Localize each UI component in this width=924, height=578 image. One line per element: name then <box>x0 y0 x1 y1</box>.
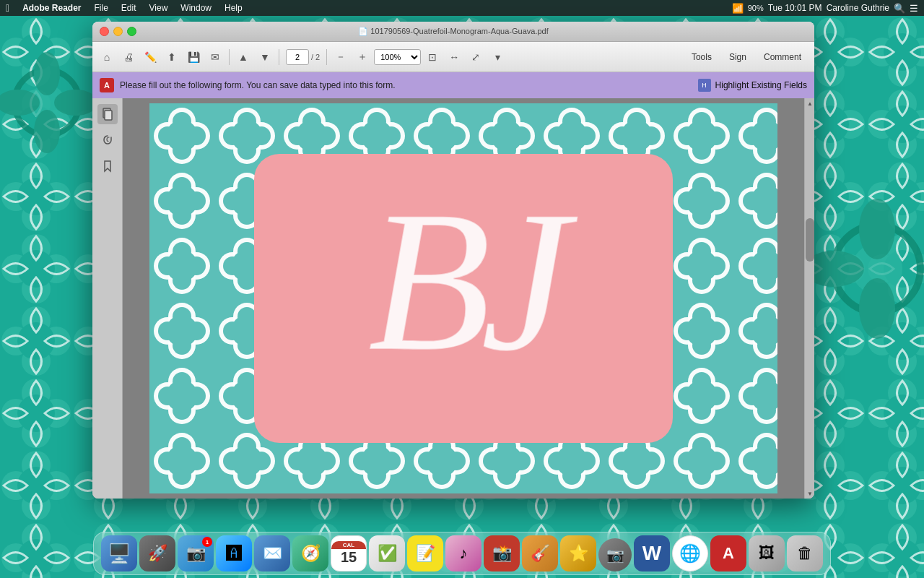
dock-app-store[interactable]: 🅰 <box>216 535 252 571</box>
dock-word[interactable]: W <box>634 535 670 571</box>
sidebar-bookmarks-icon[interactable] <box>97 156 118 176</box>
page-total: 2 <box>315 53 320 61</box>
form-icon: A <box>100 78 114 92</box>
svg-point-23 <box>54 90 97 116</box>
dock-chrome[interactable]: 🌐 <box>672 535 708 571</box>
toolbar-more-btn[interactable]: ▾ <box>487 47 507 67</box>
clock: Tue 10:01 PM <box>768 3 822 13</box>
highlight-icon: H <box>698 79 711 92</box>
toolbar-zoom-in-btn[interactable]: ＋ <box>352 47 372 67</box>
title-filename: 101790569-Quatrefoil-Monogram-Aqua-Guava… <box>370 27 548 35</box>
menubar-edit[interactable]: Edit <box>116 1 142 14</box>
dock-stickies[interactable]: 📝 <box>407 535 443 571</box>
highlight-fields-button[interactable]: Highlight Existing Fields <box>715 80 807 90</box>
form-notification-bar: A Please fill out the following form. Yo… <box>92 72 814 98</box>
toolbar-home-btn[interactable]: ⌂ <box>97 47 117 67</box>
dock-reminders[interactable]: ✅ <box>369 535 405 571</box>
sidebar-attachments-icon[interactable] <box>97 130 118 150</box>
dock-trash[interactable]: 🗑 <box>787 535 823 571</box>
dock-finder[interactable]: 🖥️ <box>101 535 137 571</box>
toolbar-save-btn[interactable]: 💾 <box>183 47 204 67</box>
menubar:  Adobe Reader File Edit View Window Hel… <box>0 0 924 16</box>
svg-text:BJ: BJ <box>367 168 578 393</box>
dock-calendar[interactable]: CAL 15 <box>331 535 367 571</box>
svg-point-20 <box>34 52 60 95</box>
menubar-help[interactable]: Help <box>219 1 248 14</box>
sidebar-pages-icon[interactable] <box>97 104 118 124</box>
zoom-select[interactable]: 100% 75% 125% 150% <box>374 49 421 65</box>
pdf-page: BJ BJ <box>149 103 777 493</box>
menubar-app-name[interactable]: Adobe Reader <box>17 1 87 14</box>
svg-point-26 <box>859 199 895 259</box>
left-sidebar <box>92 98 123 499</box>
svg-marker-31 <box>105 161 110 171</box>
menubar-items: Adobe Reader File Edit View Window Help <box>17 1 248 14</box>
scrollbar-thumb[interactable] <box>806 218 814 262</box>
comment-button[interactable]: Comment <box>755 49 810 65</box>
dock-itunes[interactable]: ♪ <box>445 535 481 571</box>
toolbar-edit-btn[interactable]: ✏️ <box>140 47 160 67</box>
menubar-user: Caroline Guthrie <box>827 3 889 13</box>
page-separator: / <box>311 53 313 61</box>
tools-button[interactable]: Tools <box>683 49 720 65</box>
toolbar-right: Tools Sign Comment <box>683 49 810 65</box>
toolbar-separator-1 <box>229 49 230 65</box>
pdf-content-area: BJ BJ <box>123 98 804 499</box>
right-scrollbar[interactable]: ▲ ▼ <box>804 98 814 499</box>
dock-mail[interactable]: ✉️ <box>254 535 290 571</box>
sign-button[interactable]: Sign <box>720 49 755 65</box>
svg-point-21 <box>34 110 60 153</box>
maximize-button[interactable] <box>127 27 136 36</box>
close-button[interactable] <box>100 27 109 36</box>
menubar-file[interactable]: File <box>88 1 113 14</box>
toolbar-fit-page-btn[interactable]: ⊡ <box>422 47 443 67</box>
dock: 🖥️ 🚀 📷 1 🅰 ✉️ 🧭 CAL 15 ✅ <box>93 532 831 575</box>
window-controls <box>100 27 136 36</box>
wifi-icon: 📶 <box>732 3 744 14</box>
dock-acrobat[interactable]: A <box>710 535 746 571</box>
toolbar-upload-btn[interactable]: ⬆ <box>162 47 182 67</box>
menubar-view[interactable]: View <box>144 1 174 14</box>
toolbar-separator-2 <box>279 49 279 65</box>
form-bar-right: H Highlight Existing Fields <box>698 79 807 92</box>
toolbar-prev-btn[interactable]: ▲ <box>233 47 253 67</box>
page-navigation: / 2 <box>286 49 320 65</box>
list-icon[interactable]: ☰ <box>910 3 918 14</box>
apple-menu-icon[interactable]:  <box>6 2 9 14</box>
toolbar-fit-width-btn[interactable]: ↔ <box>444 47 464 67</box>
page-number-input[interactable] <box>286 49 309 65</box>
toolbar-next-btn[interactable]: ▼ <box>255 47 275 67</box>
toolbar-print-btn[interactable]: 🖨 <box>118 47 139 67</box>
toolbar: ⌂ 🖨 ✏️ ⬆ 💾 ✉ ▲ ▼ / 2 － ＋ 100% 75% 125% 1… <box>92 42 814 72</box>
scroll-up-arrow[interactable]: ▲ <box>805 98 814 108</box>
toolbar-zoom-out-btn[interactable]: － <box>331 47 351 67</box>
svg-point-27 <box>859 278 895 339</box>
dock-camera[interactable]: 📷 <box>598 538 632 571</box>
dock-iphoto[interactable]: 📸 <box>484 535 520 571</box>
minimize-button[interactable] <box>113 27 123 36</box>
adobe-reader-window: 📄 101790569-Quatrefoil-Monogram-Aqua-Gua… <box>92 22 814 499</box>
window-title: 📄 101790569-Quatrefoil-Monogram-Aqua-Gua… <box>358 27 549 36</box>
pdf-icon: 📄 <box>358 27 368 35</box>
content-area: BJ BJ ▲ ▼ <box>92 98 814 499</box>
svg-rect-30 <box>105 111 112 120</box>
toolbar-mail-btn[interactable]: ✉ <box>205 47 225 67</box>
desktop:  Adobe Reader File Edit View Window Hel… <box>0 0 924 578</box>
title-bar: 📄 101790569-Quatrefoil-Monogram-Aqua-Gua… <box>92 22 814 42</box>
toolbar-fullscreen-btn[interactable]: ⤢ <box>466 47 486 67</box>
toolbar-separator-3 <box>326 49 327 65</box>
scroll-down-arrow[interactable]: ▼ <box>805 488 814 499</box>
form-message: Please fill out the following form. You … <box>120 80 692 90</box>
search-icon[interactable]: 🔍 <box>894 3 905 14</box>
battery-icon: 90% <box>748 4 764 12</box>
menubar-window[interactable]: Window <box>175 1 217 14</box>
dock-safari[interactable]: 🧭 <box>292 535 328 571</box>
dock-launchpad[interactable]: 🚀 <box>139 535 175 571</box>
dock-garageband[interactable]: 🎸 <box>522 535 558 571</box>
menubar-right: 📶 90% Tue 10:01 PM Caroline Guthrie 🔍 ☰ <box>732 3 918 14</box>
dock-star[interactable]: ⭐ <box>560 535 596 571</box>
dock-photos-library[interactable]: 📷 1 <box>178 535 214 571</box>
dock-iphoto-library[interactable]: 🖼 <box>749 535 785 571</box>
